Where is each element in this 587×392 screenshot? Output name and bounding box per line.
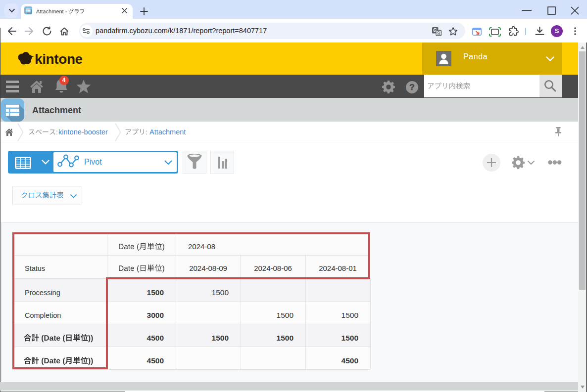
svg-text:kintone: kintone — [35, 51, 83, 67]
